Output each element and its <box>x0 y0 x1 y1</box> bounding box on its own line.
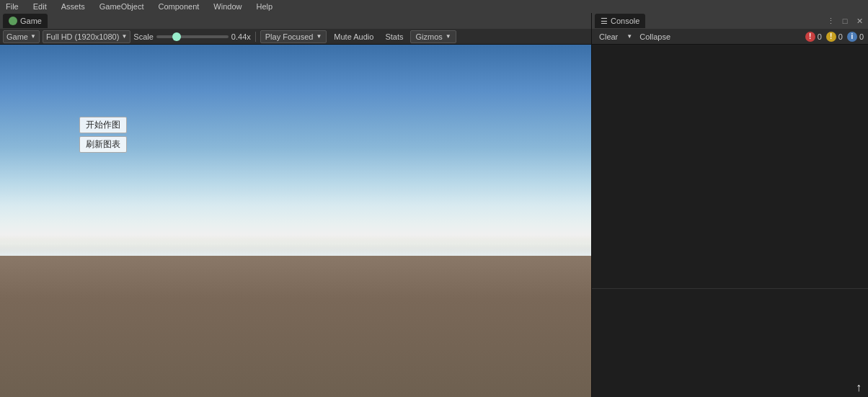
toolbar-sep-1 <box>255 32 256 42</box>
menu-assets[interactable]: Assets <box>58 2 88 11</box>
gizmos-button[interactable]: Gizmos ▼ <box>410 30 456 43</box>
viewport-ui: 开始作图 刷新图表 <box>79 117 127 153</box>
collapse-button[interactable]: Collapse <box>637 32 673 42</box>
warning-icon: ! <box>826 32 836 42</box>
console-more-button[interactable]: ⋮ <box>825 15 836 27</box>
stats-button[interactable]: Stats <box>381 30 407 43</box>
clear-dropdown[interactable]: ▼ <box>625 33 632 40</box>
game-tab-label: Game <box>20 17 42 25</box>
console-main[interactable] <box>592 45 868 288</box>
main-content: Game Game ▼ Full HD (1920x1080) ▼ Scale … <box>0 13 868 397</box>
console-tab-bar: ☰ Console ⋮ □ ✕ <box>592 13 868 29</box>
play-focused-arrow-icon: ▼ <box>316 33 322 40</box>
gizmos-arrow-icon: ▼ <box>446 33 451 40</box>
gizmos-label: Gizmos <box>415 32 442 41</box>
scale-label: Scale <box>133 32 154 41</box>
start-drawing-button[interactable]: 开始作图 <box>79 117 127 133</box>
info-count: 0 <box>859 32 864 41</box>
info-badge: i 0 <box>847 32 864 42</box>
play-focused-button[interactable]: Play Focused ▼ <box>260 30 327 43</box>
info-icon: i <box>847 32 857 42</box>
game-icon <box>9 17 17 25</box>
clear-arrow-icon: ▼ <box>626 33 632 40</box>
clear-button[interactable]: Clear <box>596 32 621 42</box>
resolution-value: Full HD (1920x1080) <box>46 32 120 41</box>
top-menu-bar: File Edit Assets GameObject Component Wi… <box>0 0 868 13</box>
scale-value: 0.44x <box>231 32 251 41</box>
play-focused-label: Play Focused <box>265 32 314 41</box>
warning-badge: ! 0 <box>826 32 843 42</box>
refresh-chart-button[interactable]: 刷新图表 <box>79 136 127 153</box>
menu-help[interactable]: Help <box>253 2 275 11</box>
resolution-dropdown[interactable]: Full HD (1920x1080) ▼ <box>43 30 130 43</box>
menu-file[interactable]: File <box>3 2 22 11</box>
game-tab-bar: Game <box>0 13 591 29</box>
console-tab-icon: ☰ <box>601 17 608 26</box>
stats-label: Stats <box>385 32 403 41</box>
console-maximize-button[interactable]: □ <box>839 15 851 27</box>
mute-audio-button[interactable]: Mute Audio <box>329 30 378 43</box>
game-panel: Game Game ▼ Full HD (1920x1080) ▼ Scale … <box>0 13 591 397</box>
console-toolbar: Clear ▼ Collapse ! 0 ! 0 i 0 <box>592 29 868 45</box>
scale-control: Scale 0.44x <box>133 32 250 41</box>
menu-gameobject[interactable]: GameObject <box>97 2 147 11</box>
warning-count: 0 <box>838 32 843 41</box>
console-tab-actions: ⋮ □ ✕ <box>825 15 865 27</box>
cursor-symbol-icon: ↑ <box>856 382 862 393</box>
console-tab-label: Console <box>611 17 639 25</box>
game-tab[interactable]: Game <box>3 14 48 28</box>
scale-track[interactable] <box>156 35 229 38</box>
console-panel: ☰ Console ⋮ □ ✕ Clear ▼ Collapse ! 0 <box>591 13 868 397</box>
cursor-indicator: ↑ <box>855 384 862 391</box>
console-tab[interactable]: ☰ Console <box>595 14 645 28</box>
mute-audio-label: Mute Audio <box>334 32 373 41</box>
game-toolbar: Game ▼ Full HD (1920x1080) ▼ Scale 0.44x… <box>0 29 591 45</box>
menu-edit[interactable]: Edit <box>30 2 50 11</box>
console-detail[interactable]: ↑ <box>592 289 868 397</box>
display-value: Game <box>6 32 28 41</box>
console-badges: ! 0 ! 0 i 0 <box>805 32 864 42</box>
menu-window[interactable]: Window <box>211 2 244 11</box>
ground-layer <box>0 256 591 397</box>
game-viewport[interactable]: 开始作图 刷新图表 <box>0 45 591 397</box>
display-dropdown[interactable]: Game ▼ <box>3 30 40 43</box>
menu-component[interactable]: Component <box>155 2 202 11</box>
error-icon: ! <box>805 32 815 42</box>
error-count: 0 <box>818 32 822 41</box>
error-badge: ! 0 <box>805 32 822 42</box>
resolution-arrow-icon: ▼ <box>121 33 127 40</box>
scale-thumb <box>172 32 181 41</box>
console-close-button[interactable]: ✕ <box>854 15 865 27</box>
display-arrow-icon: ▼ <box>30 33 36 40</box>
